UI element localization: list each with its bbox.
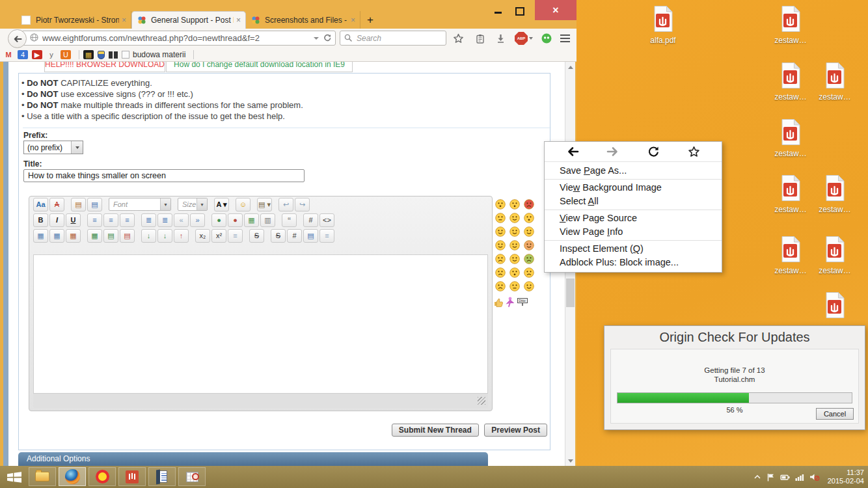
menu-hamburger-icon[interactable]	[557, 31, 573, 46]
smiley-icon[interactable]	[508, 198, 521, 211]
wrap-tags-button[interactable]: ▤ ▾	[257, 198, 272, 211]
minimize-button[interactable]	[487, 0, 509, 20]
power-icon[interactable]	[780, 474, 790, 481]
desktop-icon-alfa-pdf[interactable]: alfa.pdf	[641, 5, 685, 45]
paste-plain-button[interactable]: ▤	[71, 198, 86, 211]
tab-close-icon[interactable]: ×	[236, 16, 241, 25]
smiley-icon[interactable]	[508, 211, 521, 224]
delete-row-button[interactable]: ▤	[120, 229, 135, 243]
start-button[interactable]	[6, 470, 23, 483]
scrollbar-thumb[interactable]	[566, 278, 575, 307]
network-icon[interactable]	[795, 474, 804, 481]
undo-button[interactable]: ↩	[278, 198, 293, 211]
binoculars-icon[interactable]	[109, 51, 118, 59]
desktop-icon-zestaw-4[interactable]: zestaw…	[768, 118, 813, 158]
redo-button[interactable]: ↪	[295, 198, 310, 211]
resize-grip-icon[interactable]	[478, 397, 485, 405]
superscript-button[interactable]: x²	[211, 229, 226, 243]
desktop-icon-zestaw-2[interactable]: zestaw…	[768, 62, 813, 102]
smiley-icon[interactable]	[493, 280, 507, 293]
font-select-dropdown-icon[interactable]: ▾	[160, 198, 170, 210]
downloads-icon[interactable]	[493, 31, 508, 46]
url-text[interactable]: www.eightforums.com/newthread.php?do=new…	[42, 33, 311, 43]
size-select-dropdown-icon[interactable]: ▾	[197, 198, 207, 210]
smiley-icon[interactable]	[522, 239, 536, 252]
justify-button[interactable]: ≡	[228, 229, 243, 243]
ordered-list-button[interactable]: ≣	[141, 213, 156, 227]
y-letter-icon[interactable]: y	[46, 50, 57, 59]
tab-close-icon[interactable]: ×	[122, 16, 126, 25]
menuitem-view-page-info[interactable]: View Page Info	[545, 225, 722, 239]
smiley-icon[interactable]	[493, 266, 507, 279]
adblock-plus-icon[interactable]: ABP	[513, 31, 535, 46]
desktop-icon-zestaw-7[interactable]: zestaw…	[768, 236, 813, 275]
insert-table-button[interactable]: ▦	[33, 229, 48, 243]
unlink-button[interactable]: ●	[228, 213, 243, 227]
scroll-down-icon[interactable]	[565, 455, 575, 466]
close-button[interactable]: ×	[535, 0, 576, 20]
smiley-icon[interactable]	[508, 239, 521, 252]
back-button[interactable]	[564, 144, 581, 159]
insert-image-button[interactable]: ▦	[244, 213, 259, 227]
delete-table-button[interactable]: ▦	[66, 229, 81, 243]
desktop-icon-zestaw-8[interactable]: zestaw…	[813, 236, 857, 275]
title-input[interactable]	[23, 169, 305, 182]
spreadsheet-app-taskbar-button[interactable]	[178, 467, 206, 486]
smiley-icon[interactable]	[508, 280, 521, 293]
insert-row-above-button[interactable]: ▦	[87, 229, 102, 243]
remove-format-button[interactable]: A	[49, 198, 64, 211]
maximize-button[interactable]	[509, 0, 531, 20]
insert-link-button[interactable]: ●	[211, 213, 226, 227]
url-dropdown-icon[interactable]	[314, 37, 319, 40]
insert-video-button[interactable]: ▥	[260, 213, 275, 227]
bookmark-star-button[interactable]	[685, 144, 702, 159]
bold-button[interactable]: B	[33, 213, 48, 227]
bookmark-budowa-materii[interactable]: budowa materii	[122, 50, 185, 59]
table-properties-button[interactable]: ▦	[49, 229, 64, 243]
smiley-icon[interactable]	[493, 252, 507, 265]
smiley-icon[interactable]	[508, 225, 521, 238]
taskbar-clock[interactable]: 11:37 2015-02-04	[828, 468, 864, 485]
gmail-icon[interactable]: M	[3, 50, 14, 59]
post-text-area[interactable]	[33, 254, 488, 394]
align-center-button[interactable]: ≡	[103, 213, 118, 227]
insert-column-left-button[interactable]: ↓	[141, 229, 156, 243]
font-select[interactable]: Font▾	[109, 198, 171, 211]
insert-column-right-button[interactable]: ↓	[157, 229, 172, 243]
tab-close-icon[interactable]: ×	[351, 16, 355, 25]
smiley-icon[interactable]	[522, 225, 536, 238]
quote-button[interactable]: “	[282, 213, 297, 227]
smiley-icon[interactable]	[493, 239, 507, 252]
menuitem-view-page-source[interactable]: View Page Source	[545, 211, 722, 225]
smiley-icon[interactable]	[522, 266, 536, 279]
preview-post-button[interactable]: Preview Post	[484, 424, 547, 437]
size-select[interactable]: Size▾	[178, 198, 208, 211]
desktop-icon-zestaw-3[interactable]: zestaw…	[813, 62, 857, 102]
menuitem-save-page-as[interactable]: Save Page As...	[545, 164, 722, 178]
search-bar[interactable]	[340, 31, 446, 46]
back-button[interactable]	[8, 29, 27, 48]
align-right-button[interactable]: ≡	[120, 213, 135, 227]
search-input[interactable]	[355, 33, 442, 44]
desktop-icon-zestaw-5[interactable]: zestaw…	[768, 174, 813, 214]
menuitem-select-all[interactable]: Select All	[545, 195, 722, 208]
menuitem-inspect-element[interactable]: Inspect Element (Q)	[545, 242, 722, 256]
smiley-icon[interactable]	[522, 198, 536, 211]
horizontal-rule-button[interactable]: ≡	[319, 229, 334, 243]
firefox-taskbar-button[interactable]	[59, 467, 86, 486]
strikethrough-alt-button[interactable]: S	[271, 229, 286, 243]
wot-icon[interactable]	[539, 31, 554, 46]
u-letter-icon[interactable]: U	[61, 50, 71, 59]
paste-from-word-button[interactable]: ▤	[87, 198, 102, 211]
underline-button[interactable]: U	[66, 213, 81, 227]
tab-screenshots-files[interactable]: Screenshots and Files - Upl...×	[246, 11, 360, 29]
sun-app-taskbar-button[interactable]	[88, 467, 116, 486]
menuitem-adblock-plus-block-image[interactable]: Adblock Plus: Block image...	[545, 256, 722, 269]
smiley-icon[interactable]	[493, 211, 507, 224]
bookmark-star-icon[interactable]	[450, 31, 466, 46]
cancel-button[interactable]: Cancel	[816, 408, 854, 420]
smiley-icon[interactable]	[493, 198, 507, 211]
word-document-app-taskbar-button[interactable]	[148, 467, 176, 486]
smiley-icon[interactable]	[508, 252, 521, 265]
tab-general-support[interactable]: General Support - Post Ne...×	[131, 11, 246, 29]
